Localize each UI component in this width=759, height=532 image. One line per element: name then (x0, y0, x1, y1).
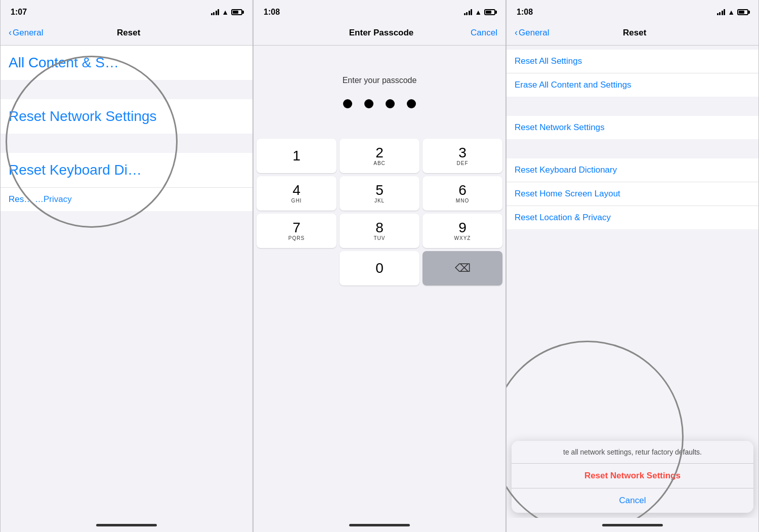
home-bar-2 (254, 518, 505, 532)
bar4 (724, 9, 725, 15)
key-2[interactable]: 2 ABC (340, 139, 419, 173)
spacer-6 (1, 267, 252, 285)
bar1 (717, 13, 719, 15)
chevron-left-icon-3: ‹ (515, 27, 518, 38)
status-icons-1: ▲ (211, 8, 242, 16)
key-empty (257, 251, 336, 285)
nav-bar-3: ‹ General Reset (507, 22, 758, 46)
dot-1 (343, 99, 352, 108)
nav-title-1: Reset (117, 28, 140, 38)
time-3: 1:08 (517, 8, 533, 17)
delete-icon: ⌫ (455, 262, 471, 275)
nav-title-3: Reset (623, 28, 646, 38)
key-5[interactable]: 5 JKL (340, 176, 419, 211)
spacer-7 (1, 285, 252, 303)
signal-icon (211, 9, 220, 15)
home-bar-1 (1, 518, 252, 532)
back-button-1[interactable]: ‹ General (9, 27, 43, 38)
keypad-row-1: 1 2 ABC 3 DEF (257, 139, 502, 173)
spacer-5 (1, 249, 252, 267)
alert-body-text: te all network settings, retur factory d… (512, 441, 753, 464)
key-6[interactable]: 6 MNO (423, 176, 502, 211)
wifi-icon-3: ▲ (728, 8, 735, 16)
back-label-1: General (13, 28, 43, 38)
key-3[interactable]: 3 DEF (423, 139, 502, 173)
status-icons-3: ▲ (717, 8, 748, 16)
chevron-left-icon: ‹ (9, 27, 12, 38)
key-delete[interactable]: ⌫ (423, 251, 502, 285)
nav-title-2: Enter Passcode (349, 28, 414, 38)
keypad-row-2: 4 GHI 5 JKL 6 MNO (257, 176, 502, 211)
status-bar-1: 1:07 ▲ (1, 0, 252, 22)
bar2 (213, 12, 215, 15)
list-section-1c: Reset Keyboard Di… Res… …Privacy (1, 153, 252, 211)
battery-icon-2 (484, 9, 495, 15)
bar2 (719, 12, 721, 15)
alert-background: te all network settings, retur factory d… (507, 46, 758, 518)
signal-icon-3 (717, 9, 726, 15)
list-item-erase[interactable]: All Content & S… (1, 46, 252, 80)
home-indicator-1 (96, 524, 157, 526)
home-indicator-2 (349, 524, 410, 526)
passcode-prompt: Enter your passcode (343, 76, 417, 85)
status-icons-2: ▲ (464, 8, 495, 16)
passcode-dots (343, 99, 416, 108)
privacy-label: Res… …Privacy (9, 194, 72, 204)
battery-icon (231, 9, 242, 15)
dot-2 (364, 99, 373, 108)
bar3 (216, 11, 217, 15)
phone-3: 1:08 ▲ ‹ General Reset Reset All Se (506, 0, 759, 532)
nav-bar-2: Enter Passcode Cancel (254, 22, 505, 46)
key-7[interactable]: 7 PQRS (257, 214, 336, 248)
alert-message: te all network settings, retur factory d… (563, 448, 702, 456)
spacer-1 (1, 81, 252, 99)
signal-icon-2 (464, 9, 473, 15)
bar3 (469, 11, 470, 15)
content-area-2: Enter your passcode 1 2 ABC 3 DEF (254, 46, 505, 518)
phone-2: 1:08 ▲ Enter Passcode Cancel Enter your … (253, 0, 506, 532)
time-1: 1:07 (11, 8, 27, 17)
list-item-network[interactable]: Reset Network Settings (1, 99, 252, 134)
key-1[interactable]: 1 (257, 139, 336, 173)
dot-4 (407, 99, 416, 108)
back-button-3[interactable]: ‹ General (515, 27, 549, 38)
key-4[interactable]: 4 GHI (257, 176, 336, 211)
time-2: 1:08 (264, 8, 280, 17)
key-9[interactable]: 9 WXYZ (423, 214, 502, 248)
nav-bar-1: ‹ General Reset (1, 22, 252, 46)
content-area-1: All Content & S… Reset Network Settings … (1, 46, 252, 518)
network-label: Reset Network Settings (9, 108, 157, 124)
battery-fill (233, 11, 238, 14)
bar3 (722, 11, 723, 15)
home-bar-3 (507, 518, 758, 532)
keyboard-label: Reset Keyboard Di… (9, 162, 142, 178)
phone-1: 1:07 ▲ ‹ General Reset A (0, 0, 253, 532)
bar2 (466, 12, 468, 15)
home-indicator-3 (602, 524, 663, 526)
battery-icon-3 (737, 9, 748, 15)
battery-fill-3 (739, 11, 744, 14)
dot-3 (386, 99, 395, 108)
spacer-4 (1, 230, 252, 249)
list-section-1b: Reset Network Settings (1, 99, 252, 134)
spacer-3 (1, 212, 252, 230)
wifi-icon: ▲ (222, 8, 229, 16)
list-item-keyboard[interactable]: Reset Keyboard Di… (1, 153, 252, 188)
keypad-row-4: 0 ⌫ (257, 251, 502, 285)
wifi-icon-2: ▲ (475, 8, 482, 16)
alert-dialog: te all network settings, retur factory d… (512, 441, 753, 513)
list-item-privacy[interactable]: Res… …Privacy (1, 188, 252, 211)
bar4 (218, 9, 219, 15)
back-label-3: General (519, 28, 549, 38)
cancel-nav-button[interactable]: Cancel (471, 28, 497, 38)
status-bar-2: 1:08 ▲ (254, 0, 505, 22)
bar4 (471, 9, 472, 15)
spacer-2 (1, 135, 252, 153)
key-0[interactable]: 0 (340, 251, 419, 285)
bar1 (211, 13, 213, 15)
alert-confirm-button[interactable]: Reset Network Settings (512, 464, 753, 488)
alert-cancel-button[interactable]: Cancel (512, 488, 753, 513)
battery-fill-2 (486, 11, 491, 14)
key-8[interactable]: 8 TUV (340, 214, 419, 248)
keypad: 1 2 ABC 3 DEF 4 GHI 5 JKL (254, 139, 505, 518)
